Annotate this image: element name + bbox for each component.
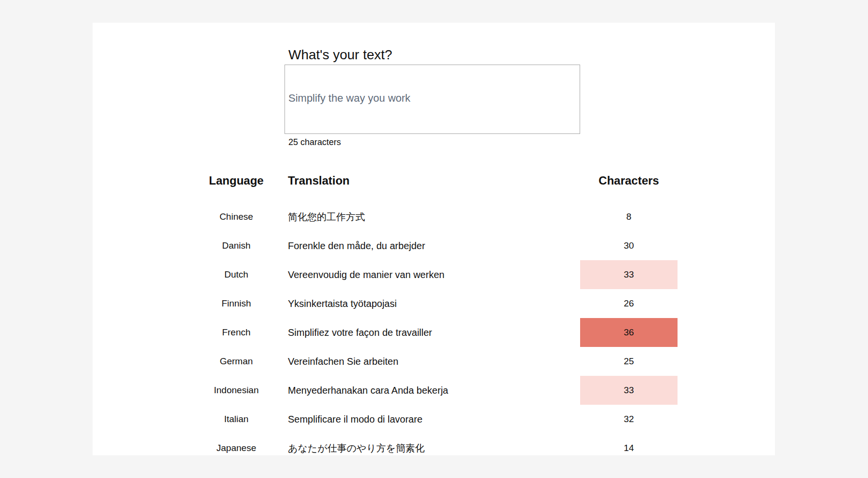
translator-card: What's your text? 25 characters Language…	[93, 23, 775, 455]
characters-cell: 14	[580, 434, 678, 455]
table-row: Danish Forenkle den måde, du arbejder 30	[93, 231, 775, 260]
language-cell: Chinese	[193, 212, 280, 222]
table-row: Italian Semplificare il modo di lavorare…	[93, 405, 775, 434]
characters-cell: 8	[580, 202, 678, 231]
header-characters: Characters	[580, 166, 678, 195]
results-table: Language Translation Characters Chinese …	[93, 166, 775, 455]
table-row: Finnish Yksinkertaista työtapojasi 26	[93, 289, 775, 318]
language-cell: Finnish	[193, 298, 280, 309]
header-language: Language	[193, 174, 280, 187]
translation-cell: あなたが仕事のやり方を簡素化	[288, 442, 580, 455]
translation-cell: Forenkle den måde, du arbejder	[288, 240, 580, 252]
characters-cell: 36	[580, 318, 678, 347]
characters-cell: 26	[580, 289, 678, 318]
header-translation: Translation	[288, 174, 580, 187]
characters-cell: 33	[580, 376, 678, 405]
table-row: Japanese あなたが仕事のやり方を簡素化 14	[93, 434, 775, 455]
translation-cell: Simplifiez votre façon de travailler	[288, 327, 580, 338]
language-cell: Indonesian	[193, 385, 280, 396]
table-row: French Simplifiez votre façon de travail…	[93, 318, 775, 347]
translation-cell: Menyederhanakan cara Anda bekerja	[288, 385, 580, 396]
input-section: What's your text? 25 characters	[285, 47, 775, 147]
table-header-row: Language Translation Characters	[93, 166, 775, 195]
language-cell: French	[193, 327, 280, 338]
language-cell: Dutch	[193, 269, 280, 280]
table-row: German Vereinfachen Sie arbeiten 25	[93, 347, 775, 376]
characters-cell: 32	[580, 405, 678, 434]
language-cell: Japanese	[193, 443, 280, 453]
table-row: Dutch Vereenvoudig de manier van werken …	[93, 260, 775, 289]
translation-cell: Yksinkertaista työtapojasi	[288, 298, 580, 309]
translation-cell: Vereinfachen Sie arbeiten	[288, 356, 580, 367]
language-cell: Danish	[193, 240, 280, 251]
text-input[interactable]	[285, 65, 580, 134]
table-row: Indonesian Menyederhanakan cara Anda bek…	[93, 376, 775, 405]
input-heading: What's your text?	[288, 47, 775, 63]
table-row: Chinese 简化您的工作方式 8	[93, 202, 775, 231]
language-cell: Italian	[193, 414, 280, 425]
language-cell: German	[193, 356, 280, 367]
characters-cell: 33	[580, 260, 678, 289]
translation-cell: Vereenvoudig de manier van werken	[288, 269, 580, 280]
characters-cell: 30	[580, 231, 678, 260]
table-body: Chinese 简化您的工作方式 8 Danish Forenkle den m…	[93, 202, 775, 455]
characters-cell: 25	[580, 347, 678, 376]
char-count: 25 characters	[288, 137, 775, 147]
translation-cell: 简化您的工作方式	[288, 211, 580, 224]
translation-cell: Semplificare il modo di lavorare	[288, 414, 580, 425]
